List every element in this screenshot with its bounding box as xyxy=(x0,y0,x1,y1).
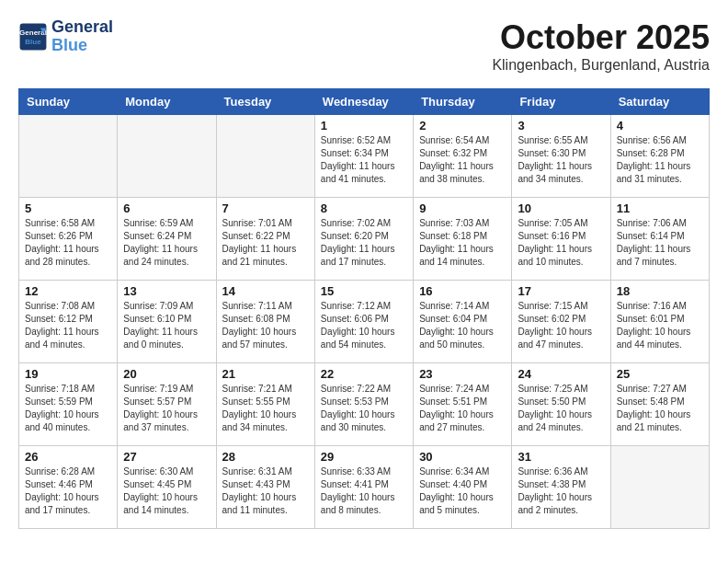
day-info: Sunrise: 6:28 AM Sunset: 4:46 PM Dayligh… xyxy=(25,465,111,517)
day-info: Sunrise: 7:25 AM Sunset: 5:50 PM Dayligh… xyxy=(518,383,604,434)
day-cell: 5Sunrise: 6:58 AM Sunset: 6:26 PM Daylig… xyxy=(19,198,118,281)
day-cell: 7Sunrise: 7:01 AM Sunset: 6:22 PM Daylig… xyxy=(216,198,314,281)
day-cell: 24Sunrise: 7:25 AM Sunset: 5:50 PM Dayli… xyxy=(512,363,610,446)
day-cell: 16Sunrise: 7:14 AM Sunset: 6:04 PM Dayli… xyxy=(414,281,512,363)
day-info: Sunrise: 7:12 AM Sunset: 6:06 PM Dayligh… xyxy=(321,300,407,351)
day-number: 18 xyxy=(617,284,703,298)
day-number: 10 xyxy=(518,201,604,215)
logo-text: General xyxy=(51,18,113,37)
day-cell: 12Sunrise: 7:08 AM Sunset: 6:12 PM Dayli… xyxy=(19,281,118,363)
day-info: Sunrise: 7:09 AM Sunset: 6:10 PM Dayligh… xyxy=(123,300,210,351)
day-number: 24 xyxy=(518,367,604,381)
day-info: Sunrise: 7:11 AM Sunset: 6:08 PM Dayligh… xyxy=(222,300,309,351)
title-block: October 2025 Klingenbach, Burgenland, Au… xyxy=(492,18,710,74)
day-cell: 4Sunrise: 6:56 AM Sunset: 6:28 PM Daylig… xyxy=(610,115,709,198)
weekday-header-tuesday: Tuesday xyxy=(216,89,314,115)
day-cell: 14Sunrise: 7:11 AM Sunset: 6:08 PM Dayli… xyxy=(216,281,314,363)
day-cell: 27Sunrise: 6:30 AM Sunset: 4:45 PM Dayli… xyxy=(118,446,216,529)
logo-icon: General Blue xyxy=(18,22,48,52)
weekday-header-row: SundayMondayTuesdayWednesdayThursdayFrid… xyxy=(19,89,710,115)
day-info: Sunrise: 6:54 AM Sunset: 6:32 PM Dayligh… xyxy=(419,134,506,186)
day-number: 7 xyxy=(222,201,309,215)
day-number: 19 xyxy=(25,367,111,381)
weekday-header-sunday: Sunday xyxy=(19,89,118,115)
day-info: Sunrise: 7:15 AM Sunset: 6:02 PM Dayligh… xyxy=(518,300,604,351)
day-cell: 21Sunrise: 7:21 AM Sunset: 5:55 PM Dayli… xyxy=(216,363,314,446)
day-cell xyxy=(19,115,118,198)
location: Klingenbach, Burgenland, Austria xyxy=(492,57,710,74)
day-info: Sunrise: 6:30 AM Sunset: 4:45 PM Dayligh… xyxy=(123,465,210,517)
day-number: 21 xyxy=(222,367,309,381)
day-info: Sunrise: 7:01 AM Sunset: 6:22 PM Dayligh… xyxy=(222,217,309,269)
day-cell: 20Sunrise: 7:19 AM Sunset: 5:57 PM Dayli… xyxy=(118,363,216,446)
svg-text:Blue: Blue xyxy=(25,38,41,46)
day-info: Sunrise: 7:18 AM Sunset: 5:59 PM Dayligh… xyxy=(25,383,111,434)
day-number: 27 xyxy=(123,450,210,464)
day-info: Sunrise: 6:58 AM Sunset: 6:26 PM Dayligh… xyxy=(25,217,111,269)
day-info: Sunrise: 7:05 AM Sunset: 6:16 PM Dayligh… xyxy=(518,217,604,269)
day-number: 5 xyxy=(25,201,111,215)
day-number: 11 xyxy=(617,201,703,215)
day-number: 15 xyxy=(321,284,407,298)
day-cell: 18Sunrise: 7:16 AM Sunset: 6:01 PM Dayli… xyxy=(610,281,709,363)
day-cell: 23Sunrise: 7:24 AM Sunset: 5:51 PM Dayli… xyxy=(414,363,512,446)
day-number: 26 xyxy=(25,450,111,464)
day-info: Sunrise: 7:02 AM Sunset: 6:20 PM Dayligh… xyxy=(321,217,407,269)
day-number: 25 xyxy=(617,367,703,381)
day-number: 14 xyxy=(222,284,309,298)
day-cell: 30Sunrise: 6:34 AM Sunset: 4:40 PM Dayli… xyxy=(414,446,512,529)
day-cell: 19Sunrise: 7:18 AM Sunset: 5:59 PM Dayli… xyxy=(19,363,118,446)
day-info: Sunrise: 6:31 AM Sunset: 4:43 PM Dayligh… xyxy=(222,465,309,517)
day-cell: 11Sunrise: 7:06 AM Sunset: 6:14 PM Dayli… xyxy=(610,198,709,281)
day-number: 6 xyxy=(123,201,210,215)
day-info: Sunrise: 6:59 AM Sunset: 6:24 PM Dayligh… xyxy=(123,217,210,269)
day-cell xyxy=(610,446,709,529)
day-info: Sunrise: 7:16 AM Sunset: 6:01 PM Dayligh… xyxy=(617,300,703,351)
logo-subtext: Blue xyxy=(51,37,113,55)
day-cell: 1Sunrise: 6:52 AM Sunset: 6:34 PM Daylig… xyxy=(314,115,413,198)
day-info: Sunrise: 6:52 AM Sunset: 6:34 PM Dayligh… xyxy=(321,134,407,186)
day-number: 8 xyxy=(321,201,407,215)
logo: General Blue General Blue xyxy=(18,18,113,55)
day-number: 22 xyxy=(321,367,407,381)
week-row-3: 12Sunrise: 7:08 AM Sunset: 6:12 PM Dayli… xyxy=(19,281,710,363)
day-info: Sunrise: 7:21 AM Sunset: 5:55 PM Dayligh… xyxy=(222,383,309,434)
day-info: Sunrise: 7:03 AM Sunset: 6:18 PM Dayligh… xyxy=(419,217,506,269)
day-cell: 8Sunrise: 7:02 AM Sunset: 6:20 PM Daylig… xyxy=(314,198,413,281)
day-info: Sunrise: 7:14 AM Sunset: 6:04 PM Dayligh… xyxy=(419,300,506,351)
weekday-header-friday: Friday xyxy=(512,89,610,115)
day-cell: 9Sunrise: 7:03 AM Sunset: 6:18 PM Daylig… xyxy=(414,198,512,281)
day-number: 17 xyxy=(518,284,604,298)
day-cell: 25Sunrise: 7:27 AM Sunset: 5:48 PM Dayli… xyxy=(610,363,709,446)
day-info: Sunrise: 7:06 AM Sunset: 6:14 PM Dayligh… xyxy=(617,217,703,269)
day-cell xyxy=(118,115,216,198)
week-row-1: 1Sunrise: 6:52 AM Sunset: 6:34 PM Daylig… xyxy=(19,115,710,198)
day-number: 12 xyxy=(25,284,111,298)
day-cell: 2Sunrise: 6:54 AM Sunset: 6:32 PM Daylig… xyxy=(414,115,512,198)
day-number: 16 xyxy=(419,284,506,298)
day-info: Sunrise: 7:27 AM Sunset: 5:48 PM Dayligh… xyxy=(617,383,703,434)
day-cell: 3Sunrise: 6:55 AM Sunset: 6:30 PM Daylig… xyxy=(512,115,610,198)
day-cell: 10Sunrise: 7:05 AM Sunset: 6:16 PM Dayli… xyxy=(512,198,610,281)
weekday-header-monday: Monday xyxy=(118,89,216,115)
day-number: 30 xyxy=(419,450,506,464)
day-info: Sunrise: 6:36 AM Sunset: 4:38 PM Dayligh… xyxy=(518,465,604,517)
day-number: 4 xyxy=(617,119,703,132)
day-cell: 15Sunrise: 7:12 AM Sunset: 6:06 PM Dayli… xyxy=(314,281,413,363)
day-cell: 22Sunrise: 7:22 AM Sunset: 5:53 PM Dayli… xyxy=(314,363,413,446)
day-number: 31 xyxy=(518,450,604,464)
day-cell: 17Sunrise: 7:15 AM Sunset: 6:02 PM Dayli… xyxy=(512,281,610,363)
day-number: 29 xyxy=(321,450,407,464)
day-info: Sunrise: 7:19 AM Sunset: 5:57 PM Dayligh… xyxy=(123,383,210,434)
day-number: 1 xyxy=(321,119,407,132)
weekday-header-thursday: Thursday xyxy=(414,89,512,115)
week-row-2: 5Sunrise: 6:58 AM Sunset: 6:26 PM Daylig… xyxy=(19,198,710,281)
day-cell: 28Sunrise: 6:31 AM Sunset: 4:43 PM Dayli… xyxy=(216,446,314,529)
day-cell: 6Sunrise: 6:59 AM Sunset: 6:24 PM Daylig… xyxy=(118,198,216,281)
weekday-header-wednesday: Wednesday xyxy=(314,89,413,115)
day-number: 28 xyxy=(222,450,309,464)
month-title: October 2025 xyxy=(492,18,710,57)
day-info: Sunrise: 6:33 AM Sunset: 4:41 PM Dayligh… xyxy=(321,465,407,517)
day-number: 23 xyxy=(419,367,506,381)
page-header: General Blue General Blue October 2025 K… xyxy=(18,18,710,74)
